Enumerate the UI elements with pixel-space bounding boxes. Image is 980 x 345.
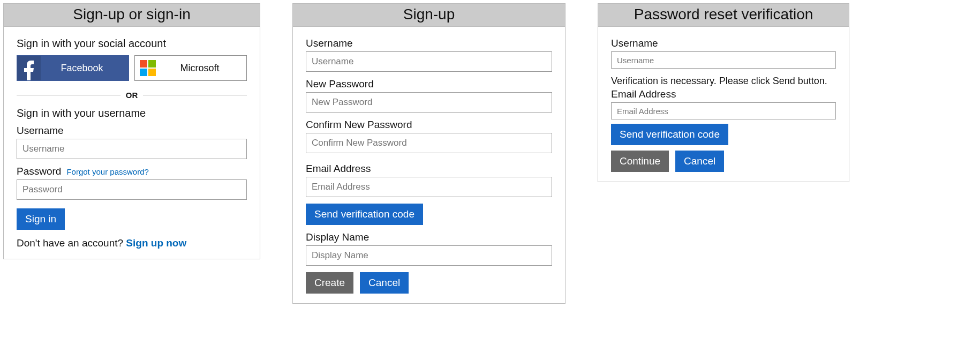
facebook-button-label: Facebook — [41, 63, 129, 74]
no-account-text: Don't have an account? — [17, 237, 126, 249]
reset-username-input[interactable] — [611, 51, 836, 69]
signin-button[interactable]: Sign in — [17, 208, 65, 230]
reset-continue-button[interactable]: Continue — [611, 151, 669, 172]
signup-panel-body: Username New Password Confirm New Passwo… — [293, 27, 565, 303]
signup-panel: Sign-up Username New Password Confirm Ne… — [292, 3, 566, 304]
signup-newpassword-field: New Password — [306, 78, 552, 112]
signin-username-input[interactable] — [17, 139, 247, 159]
signup-username-label: Username — [306, 38, 552, 49]
reset-username-field: Username — [611, 38, 836, 69]
signup-newpassword-input[interactable] — [306, 92, 552, 112]
signup-displayname-input[interactable] — [306, 245, 552, 266]
signup-email-input[interactable] — [306, 177, 552, 197]
signup-panel-title: Sign-up — [293, 4, 565, 27]
signin-password-input[interactable] — [17, 179, 247, 200]
microsoft-icon — [135, 56, 161, 80]
signin-password-field: Password Forgot your password? — [17, 166, 247, 200]
reset-email-input[interactable] — [611, 102, 836, 119]
reset-panel: Password reset verification Username Ver… — [598, 3, 849, 182]
signup-now-link[interactable]: Sign up now — [126, 237, 186, 249]
reset-panel-body: Username Verification is necessary. Plea… — [598, 27, 849, 182]
signup-username-input[interactable] — [306, 51, 552, 72]
signin-panel-title: Sign-up or sign-in — [4, 4, 260, 27]
signup-prompt: Don't have an account? Sign up now — [17, 237, 247, 249]
signup-create-button[interactable]: Create — [306, 272, 353, 294]
username-signin-title: Sign in with your username — [17, 107, 247, 119]
signup-send-code-button[interactable]: Send verification code — [306, 204, 423, 225]
reset-username-label: Username — [611, 38, 836, 49]
microsoft-button-label: Microsoft — [161, 63, 246, 74]
signup-email-field: Email Address — [306, 163, 552, 197]
or-divider: OR — [17, 91, 247, 100]
signup-confirmpassword-input[interactable] — [306, 133, 552, 153]
forgot-password-link[interactable]: Forgot your password? — [66, 167, 148, 176]
microsoft-button[interactable]: Microsoft — [134, 55, 247, 81]
signup-confirmpassword-field: Confirm New Password — [306, 119, 552, 153]
or-divider-text: OR — [120, 91, 144, 100]
signup-cancel-button[interactable]: Cancel — [360, 272, 409, 294]
reset-email-label: Email Address — [611, 88, 836, 100]
signup-displayname-label: Display Name — [306, 231, 552, 243]
social-signin-title: Sign in with your social account — [17, 38, 247, 50]
facebook-icon — [17, 56, 41, 80]
signin-username-label: Username — [17, 125, 247, 137]
signup-email-label: Email Address — [306, 163, 552, 175]
signin-username-field: Username — [17, 125, 247, 159]
facebook-button[interactable]: Facebook — [17, 55, 129, 81]
signup-confirmpassword-label: Confirm New Password — [306, 119, 552, 131]
signin-panel: Sign-up or sign-in Sign in with your soc… — [3, 3, 260, 259]
signup-username-field: Username — [306, 38, 552, 72]
social-button-row: Facebook Microsoft — [17, 55, 247, 81]
reset-send-code-button[interactable]: Send verification code — [611, 124, 728, 145]
reset-email-field: Email Address — [611, 88, 836, 119]
reset-verify-message: Verification is necessary. Please click … — [611, 75, 836, 87]
signin-password-label: Password — [17, 166, 61, 177]
signin-panel-body: Sign in with your social account Faceboo… — [4, 27, 260, 259]
signup-displayname-field: Display Name — [306, 231, 552, 266]
reset-cancel-button[interactable]: Cancel — [675, 151, 724, 172]
signup-newpassword-label: New Password — [306, 78, 552, 90]
reset-panel-title: Password reset verification — [598, 4, 849, 27]
